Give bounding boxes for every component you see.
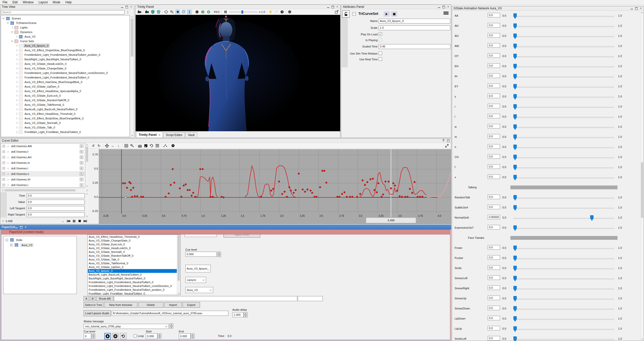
slider-value-field[interactable]: 0.0 [488, 205, 500, 209]
slider-handle[interactable] [513, 124, 517, 130]
slider-handle[interactable] [513, 74, 517, 80]
spin-up-icon[interactable]: ▲ [158, 333, 161, 336]
tree-item[interactable]: ∩ FrontMain_Light_FrontMain_NeutralToAle… [1, 130, 130, 134]
speed-slider-thumb[interactable] [241, 10, 243, 14]
nodes-icon[interactable] [163, 144, 167, 148]
route-ab-button[interactable]: Route AB [96, 296, 113, 301]
slider-value-field[interactable]: 0.80000 [488, 215, 500, 219]
spin-down-icon[interactable]: ▼ [158, 336, 161, 339]
expand-icon[interactable]: + [3, 162, 5, 164]
animation-list-item[interactable]: Aura_V3_GState_Talk_0 [88, 258, 180, 261]
cube-icon[interactable] [181, 10, 186, 14]
slider-handle[interactable] [513, 306, 517, 312]
menu-icon[interactable] [443, 11, 449, 15]
expand-icon[interactable] [11, 26, 14, 29]
slider-handle[interactable] [513, 336, 517, 341]
slider-track[interactable] [513, 248, 614, 249]
tree-item[interactable]: ∩ Aura_V3_Effect_HairGlow_BlueOrangeBlin… [1, 80, 130, 84]
restore-button[interactable] [442, 6, 445, 8]
slider-value-field[interactable]: 0.0 [488, 296, 500, 300]
tree-item[interactable]: Lights [1, 25, 130, 30]
expand-icon[interactable] [15, 108, 18, 111]
channel-row[interactable]: + ∩ doll.Visemes.f C [1, 149, 85, 154]
tree-item-dolls[interactable]: − Dolls [6, 238, 22, 242]
menu-item-layout[interactable]: Layout [36, 1, 50, 4]
expand-icon[interactable]: + [3, 184, 5, 186]
close-tab-icon[interactable]: × [159, 133, 160, 136]
minimize-button[interactable] [121, 6, 123, 8]
slider-handle[interactable] [513, 44, 517, 49]
tree-item[interactable]: ∩ Aura_V3_GState_Normal5_0 [1, 121, 130, 125]
audio-path-field[interactable]: R:\Animation_Gstate\Tutorial\Annosoft_V0… [112, 311, 228, 316]
route-field-2[interactable] [298, 296, 323, 301]
close-button[interactable]: × [130, 6, 133, 8]
slider-value-field[interactable]: 0.0 [488, 174, 500, 179]
scaled-time-field[interactable]: 3.46 [379, 44, 450, 49]
channel-scrollbar[interactable] [85, 143, 89, 188]
collapse-icon[interactable]: − [6, 239, 8, 241]
slider-track[interactable] [513, 147, 614, 148]
time-field[interactable]: 0.0 [27, 193, 85, 198]
expand-icon[interactable] [15, 72, 18, 74]
slider-value-field[interactable]: 0.0 [488, 326, 500, 330]
menu-item-file[interactable]: File [0, 1, 10, 4]
expand-icon[interactable] [15, 126, 18, 129]
slider-value-field[interactable]: 0.0 [488, 13, 500, 17]
tree-item[interactable]: ∩ Aura_V3_GState_UpDwn_0 [1, 84, 130, 89]
slider-handle[interactable] [513, 34, 517, 39]
slider-track[interactable] [513, 137, 614, 138]
slider-value-field[interactable]: 0.0 [488, 306, 500, 310]
tree-item[interactable]: ∩ FrontAmbient_Light_FrontAmbient_Neutra… [1, 71, 130, 75]
tree-item[interactable]: ∩ Aura_V3_Effect_BodyGlow_BlueOrangeBlin… [1, 116, 130, 121]
collapse-icon[interactable] [11, 31, 14, 33]
tree-item[interactable]: Scenes [1, 16, 130, 21]
tree-item[interactable]: Aura_V3 [1, 34, 130, 39]
slider-track[interactable] [513, 218, 614, 219]
spin-up-icon[interactable]: ▲ [191, 333, 194, 336]
expand-icon[interactable]: + [3, 145, 5, 147]
animation-list-item[interactable]: FrontAmbient_Light_FrontAmbient_NeutralT… [88, 288, 180, 292]
channel-c-button[interactable]: C [80, 167, 83, 170]
slider-track[interactable] [513, 36, 614, 37]
animation-list-item[interactable]: Aura_V3_GState_UpDwn_0 [88, 265, 180, 269]
stop-button[interactable] [391, 11, 397, 17]
slider-value-field[interactable]: 0.0 [488, 73, 500, 78]
slider-value-field[interactable]: 0.0 [488, 33, 500, 38]
tree-item-aura[interactable]: + Aura_V3 [10, 243, 33, 247]
comb-icon[interactable] [138, 144, 142, 148]
spin-up-icon[interactable]: ▲ [91, 333, 95, 336]
tree-scrollbar[interactable] [130, 15, 134, 137]
start-field[interactable]: 0.000 [146, 333, 157, 339]
expand-icon[interactable] [15, 35, 18, 38]
animation-list-item[interactable]: FrontAmbient_Light_FrontAmbient_NeutralT… [88, 284, 180, 288]
new-from-treeview-button[interactable]: New from treeview [104, 302, 137, 308]
spin-down-icon[interactable]: ▼ [169, 326, 173, 329]
animation-list-item[interactable]: FrontAmbient_Light_FrontAmbient_NeutralT… [88, 280, 180, 284]
slider-value-field[interactable]: 0.0 [488, 275, 500, 280]
gstate-scrollbar[interactable] [640, 11, 644, 341]
list-icon[interactable] [155, 144, 159, 148]
tree-item[interactable]: ∩ BackLeft_Light_BackLeft_NeutralToAlert… [1, 107, 130, 112]
expand-icon[interactable]: + [10, 244, 13, 246]
refresh-icon[interactable] [150, 144, 154, 148]
tree-item[interactable]: ∩ Aura_V3_Effect_HeadGlow_SpecularAlpha_… [1, 89, 130, 93]
clock-icon[interactable] [280, 10, 284, 14]
collapse-node-button[interactable]: − [352, 12, 356, 16]
fields-scrollbar[interactable] [85, 192, 89, 218]
slider-value-field[interactable]: 0.0 [488, 154, 500, 159]
spin-up-icon[interactable]: ▲ [244, 312, 247, 315]
spin-down-icon[interactable]: ▼ [244, 315, 247, 318]
tree-item[interactable]: ∩ Aura_V3_GState_HeadLookOn_0 [1, 62, 130, 66]
sphere-dark-icon[interactable] [195, 10, 199, 14]
slider-value-field[interactable]: 0.0 [488, 134, 500, 139]
route-field[interactable] [114, 296, 297, 301]
figure-frame-icon[interactable] [187, 10, 191, 14]
redo-icon[interactable]: ↻ [97, 144, 101, 148]
key-icon[interactable] [170, 10, 174, 14]
collapse-icon[interactable] [3, 17, 5, 20]
slider-handle[interactable] [513, 84, 517, 90]
collapse-icon[interactable] [11, 40, 14, 42]
spin-down-icon[interactable]: ▼ [91, 336, 95, 339]
scroll-down-icon[interactable] [85, 184, 89, 188]
slider-track[interactable] [513, 127, 614, 128]
